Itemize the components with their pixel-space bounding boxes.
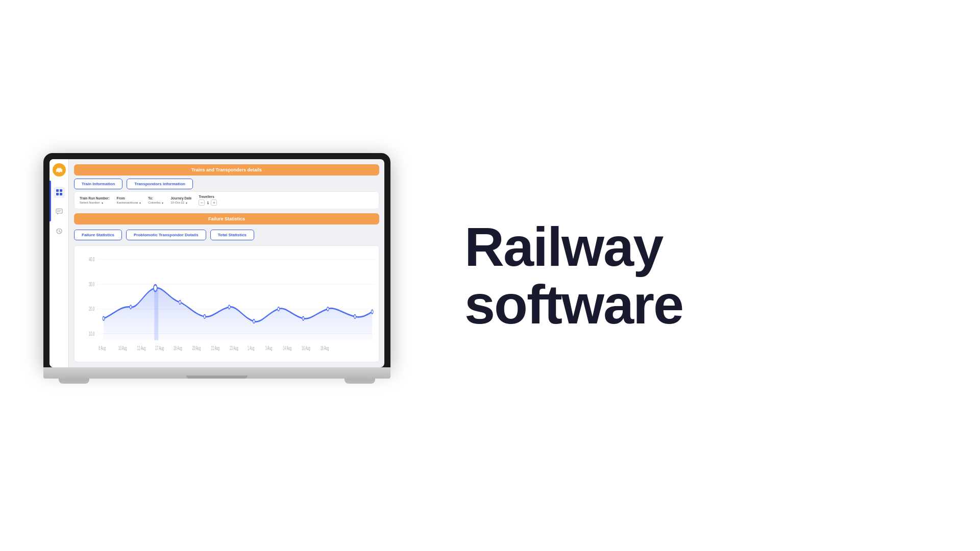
travellers-label: Travellers: [199, 195, 217, 198]
svg-text:1 Aug: 1 Aug: [248, 345, 255, 351]
from-filter: From Kankesanthurai ▾: [117, 196, 141, 205]
trains-section: Trains and Transponders details Train In…: [74, 164, 379, 209]
svg-point-26: [228, 305, 230, 309]
svg-text:18 Aug: 18 Aug: [174, 345, 182, 351]
brand-line2: software: [464, 276, 683, 333]
laptop-screen-inner: Trains and Transponders details Train In…: [50, 159, 384, 367]
travellers-control: − 1 +: [199, 199, 217, 206]
laptop-feet: [43, 379, 390, 388]
sidebar: [50, 159, 69, 367]
svg-text:23 Aug: 23 Aug: [230, 345, 238, 351]
journey-date-label: Journey Date: [170, 196, 191, 200]
svg-point-24: [179, 300, 181, 304]
right-section: Railway software: [434, 0, 980, 551]
main-content: Trains and Transponders details Train In…: [69, 159, 384, 367]
svg-point-31: [354, 315, 356, 318]
train-run-select[interactable]: Select Number ▾: [80, 201, 110, 205]
train-run-label: Train Run Number:: [80, 196, 110, 200]
failure-tab-row: Failure Statistics Problomotic Transpond…: [74, 230, 379, 240]
chevron-down-icon: ▾: [162, 201, 163, 205]
svg-rect-6: [56, 193, 59, 195]
svg-text:10 Aug: 10 Aug: [118, 345, 127, 351]
svg-rect-20: [154, 288, 158, 341]
laptop-base: [43, 367, 390, 379]
travellers-increment[interactable]: +: [211, 199, 217, 206]
transpondors-information-tab[interactable]: Transpondors Information: [127, 179, 193, 189]
chevron-down-icon: ▾: [102, 201, 103, 205]
svg-point-32: [371, 310, 373, 313]
travellers-decrement[interactable]: −: [199, 199, 205, 206]
travellers-value: 1: [207, 201, 209, 205]
brand-line1: Railway: [464, 216, 663, 278]
svg-text:8 Aug: 8 Aug: [99, 345, 106, 351]
dashboard-icon[interactable]: [54, 187, 65, 198]
travellers-filter: Travellers − 1 +: [199, 195, 217, 206]
laptop-screen: Trains and Transponders details Train In…: [43, 153, 390, 367]
from-label: From: [117, 196, 141, 200]
failure-header: Failure Statistics: [74, 213, 379, 224]
svg-point-2: [57, 172, 58, 173]
svg-point-21: [103, 316, 105, 320]
brand-text: Railway software: [464, 218, 683, 334]
svg-rect-4: [56, 189, 59, 192]
app-ui: Trains and Transponders details Train In…: [50, 159, 384, 367]
laptop-wrapper: Trains and Transponders details Train In…: [43, 153, 390, 398]
to-label: To:: [148, 196, 163, 200]
chevron-down-icon: ▾: [139, 201, 141, 205]
svg-text:3 Aug: 3 Aug: [265, 345, 273, 351]
svg-point-27: [253, 319, 255, 323]
svg-text:40.0: 40.0: [89, 256, 94, 263]
svg-text:20.0: 20.0: [89, 306, 94, 312]
svg-text:21 Aug: 21 Aug: [211, 345, 219, 351]
trains-tab-row: Train Information Transpondors Informati…: [74, 179, 379, 189]
svg-rect-8: [56, 209, 62, 213]
train-information-tab[interactable]: Train Information: [74, 179, 122, 189]
laptop-foot-right: [345, 379, 375, 384]
svg-point-23: [154, 285, 157, 291]
svg-text:17 Aug: 17 Aug: [155, 345, 164, 351]
laptop-section: Trains and Transponders details Train In…: [0, 0, 434, 551]
problomotic-tab[interactable]: Problomotic Transpondor Dotails: [126, 230, 206, 240]
svg-rect-1: [57, 168, 61, 170]
sidebar-logo: [53, 163, 66, 177]
failure-statistics-tab[interactable]: Failure Statistics: [74, 230, 122, 240]
from-select[interactable]: Kankesanthurai ▾: [117, 201, 141, 205]
svg-text:18 Aug: 18 Aug: [321, 345, 329, 351]
svg-rect-7: [60, 193, 62, 195]
svg-point-22: [130, 305, 132, 309]
svg-point-28: [278, 307, 280, 311]
failure-section: Failure Statistics Failure Statistics Pr…: [74, 213, 379, 362]
svg-point-3: [60, 172, 61, 173]
svg-text:14 Aug: 14 Aug: [283, 345, 291, 351]
journey-date-select[interactable]: 10-Oct-22 ▾: [170, 201, 191, 205]
svg-text:10.0: 10.0: [89, 331, 94, 337]
svg-point-25: [204, 315, 206, 318]
svg-text:30.0: 30.0: [89, 281, 94, 288]
svg-point-30: [327, 307, 329, 311]
filter-row: Train Run Number: Select Number ▾ From: [74, 191, 379, 209]
failure-chart: 40.0 30.0 20.0 10.0: [89, 250, 375, 355]
svg-rect-5: [60, 189, 62, 192]
svg-text:16 Aug: 16 Aug: [302, 345, 310, 351]
chevron-down-icon: ▾: [186, 201, 187, 205]
trains-header: Trains and Transponders details: [74, 164, 379, 176]
history-icon[interactable]: [54, 226, 65, 237]
chart-area: 40.0 30.0 20.0 10.0: [74, 245, 379, 362]
laptop-notch: [202, 153, 232, 158]
chat-icon[interactable]: [54, 206, 65, 217]
train-run-filter: Train Run Number: Select Number ▾: [80, 196, 110, 205]
to-filter: To: Colombo ▾: [148, 196, 163, 205]
svg-point-29: [302, 316, 304, 320]
journey-date-filter: Journey Date 10-Oct-22 ▾: [170, 196, 191, 205]
svg-text:20 Aug: 20 Aug: [192, 345, 201, 351]
laptop-foot-left: [59, 379, 89, 384]
to-select[interactable]: Colombo ▾: [148, 201, 163, 205]
svg-text:12 Aug: 12 Aug: [137, 345, 146, 351]
total-statistics-tab[interactable]: Total Statistics: [210, 230, 254, 240]
